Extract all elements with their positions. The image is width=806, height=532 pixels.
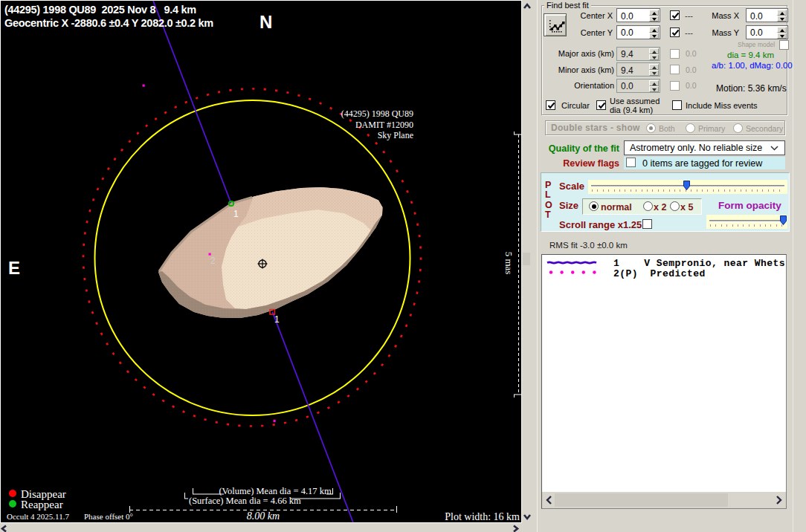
svg-text:(44295) 1998 QU89: (44295) 1998 QU89	[341, 108, 413, 119]
svg-text:2: 2	[210, 256, 216, 266]
svg-text:Geocentric X -2880.6 ±0.4 Y 20: Geocentric X -2880.6 ±0.4 Y 2082.0 ±0.2 …	[4, 17, 213, 29]
svg-text:1: 1	[233, 209, 239, 219]
svg-text:Occult 4 2025.11.7: Occult 4 2025.11.7	[7, 512, 69, 521]
svg-text:2(P) Predicted: 2(P) Predicted	[613, 268, 706, 279]
svg-text:5 mas: 5 mas	[503, 252, 515, 275]
svg-text:N: N	[259, 12, 272, 32]
svg-text:1: 1	[274, 314, 280, 325]
svg-text:1 V Sempronio, near Whets: 1 V Sempronio, near Whets	[613, 258, 785, 269]
svg-text:(Volume) Mean dia = 4.17 km: (Volume) Mean dia = 4.17 km	[219, 486, 332, 496]
svg-text:E: E	[8, 258, 20, 278]
svg-text:Plot width: 16 km: Plot width: 16 km	[445, 511, 520, 522]
svg-text:Phase offset 0°: Phase offset 0°	[84, 512, 133, 521]
svg-text:Sky Plane: Sky Plane	[378, 130, 413, 140]
svg-text:DAMIT #12090: DAMIT #12090	[355, 120, 413, 130]
svg-text:(44295) 1998 QU89 2025 Nov 8: (44295) 1998 QU89 2025 Nov 8 9.4 km	[4, 4, 196, 16]
svg-text:Reappear: Reappear	[21, 499, 63, 510]
svg-text:8.00 km: 8.00 km	[247, 510, 280, 522]
svg-text:(Surface) Mean dia = 4.66 km: (Surface) Mean dia = 4.66 km	[189, 496, 301, 506]
